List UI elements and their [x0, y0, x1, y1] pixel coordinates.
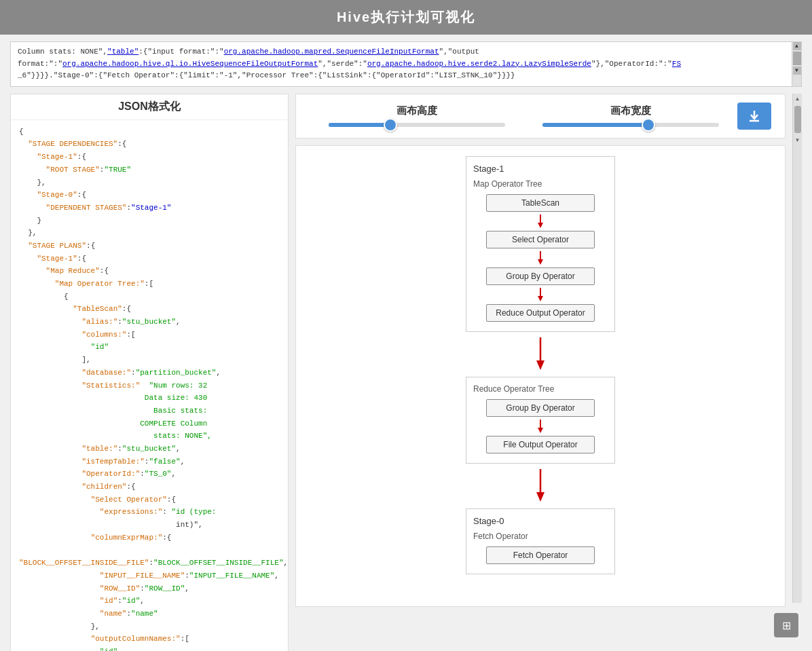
scroll-down-arrow[interactable]: ▼ — [793, 67, 801, 75]
op-arrow-1 — [473, 215, 608, 229]
svg-marker-13 — [536, 492, 545, 502]
right-panel: 画布高度 画布宽度 — [295, 94, 786, 607]
json-panel: JSON格式化 { "STAGE DEPENDENCIES":{ "Stage-… — [10, 94, 289, 651]
download-button[interactable] — [737, 103, 771, 130]
big-arrow-2 — [534, 469, 547, 503]
json-content: { "STAGE DEPENDENCIES":{ "Stage-1":{ "RO… — [11, 120, 288, 651]
width-control-group: 画布宽度 — [523, 105, 737, 127]
height-slider-fill — [329, 123, 390, 127]
page-header: Hive执行计划可视化 — [0, 0, 812, 35]
height-slider-thumb[interactable] — [384, 118, 397, 132]
tablescan-button[interactable]: TableScan — [486, 194, 595, 212]
reduce-tree-box: Reduce Operator Tree Group By Operator F… — [466, 377, 615, 464]
reduce-tree-title: Reduce Operator Tree — [473, 384, 608, 394]
bottom-right-icon[interactable]: ⊞ — [774, 613, 798, 637]
group-by-operator-reduce-button[interactable]: Group By Operator — [486, 399, 595, 417]
svg-marker-3 — [538, 223, 543, 228]
select-operator-button[interactable]: Select Operator — [486, 231, 595, 248]
big-arrow-1 — [534, 337, 547, 371]
svg-marker-7 — [538, 296, 543, 301]
main-scrollbar: ▲ ▼ — [792, 94, 802, 603]
op-arrow-4 — [473, 420, 608, 434]
text-line2: format:":"org.apache.hadoop.hive.ql.io.H… — [18, 60, 681, 68]
text-line3: _6"}}}}."Stage-0":{"Fetch Operator":{"li… — [18, 71, 515, 79]
height-control-group: 画布高度 — [310, 105, 523, 127]
stage1-title: Stage-1 — [473, 164, 608, 174]
group-by-operator-map-button[interactable]: Group By Operator — [486, 267, 595, 285]
scroll-up-arrow[interactable]: ▲ — [793, 42, 801, 50]
json-panel-title: JSON格式化 — [11, 94, 288, 120]
svg-marker-11 — [538, 428, 543, 433]
width-slider-thumb[interactable] — [642, 118, 655, 132]
map-tree-title: Map Operator Tree — [473, 179, 608, 189]
svg-marker-5 — [538, 259, 543, 265]
svg-marker-9 — [536, 360, 545, 370]
height-slider-track[interactable] — [329, 123, 505, 127]
main-scroll-up[interactable]: ▲ — [793, 94, 802, 104]
fetch-operator-button[interactable]: Fetch Operator — [486, 546, 595, 564]
height-label: 画布高度 — [396, 105, 437, 117]
text-line1: Column stats: NONE","table":{"input form… — [18, 48, 479, 56]
width-slider-track[interactable] — [542, 123, 719, 127]
diagram-area: Stage-1 Map Operator Tree TableScan Sele… — [295, 145, 786, 607]
reduce-output-operator-button[interactable]: Reduce Output Operator — [486, 304, 595, 322]
main-scroll-thumb[interactable] — [794, 106, 801, 133]
main-content: JSON格式化 { "STAGE DEPENDENCIES":{ "Stage-… — [10, 94, 802, 651]
download-icon — [748, 109, 761, 123]
width-slider-fill — [542, 123, 648, 127]
file-output-operator-button[interactable]: File Output Operator — [486, 436, 595, 453]
stage0-box: Stage-0 Fetch Operator Fetch Operator — [466, 508, 615, 574]
stage0-title: Stage-0 — [473, 516, 608, 526]
bottom-icon-symbol: ⊞ — [782, 619, 791, 632]
page-title: Hive执行计划可视化 — [337, 10, 475, 24]
controls-row: 画布高度 画布宽度 — [295, 94, 786, 138]
op-arrow-2 — [473, 251, 608, 266]
op-arrow-3 — [473, 288, 608, 303]
fetch-tree-title: Fetch Operator — [473, 532, 608, 541]
stage1-box: Stage-1 Map Operator Tree TableScan Sele… — [466, 156, 615, 332]
top-text-area: Column stats: NONE","table":{"input form… — [10, 41, 802, 87]
width-label: 画布宽度 — [610, 105, 651, 117]
main-scroll-down[interactable]: ▼ — [793, 135, 802, 145]
